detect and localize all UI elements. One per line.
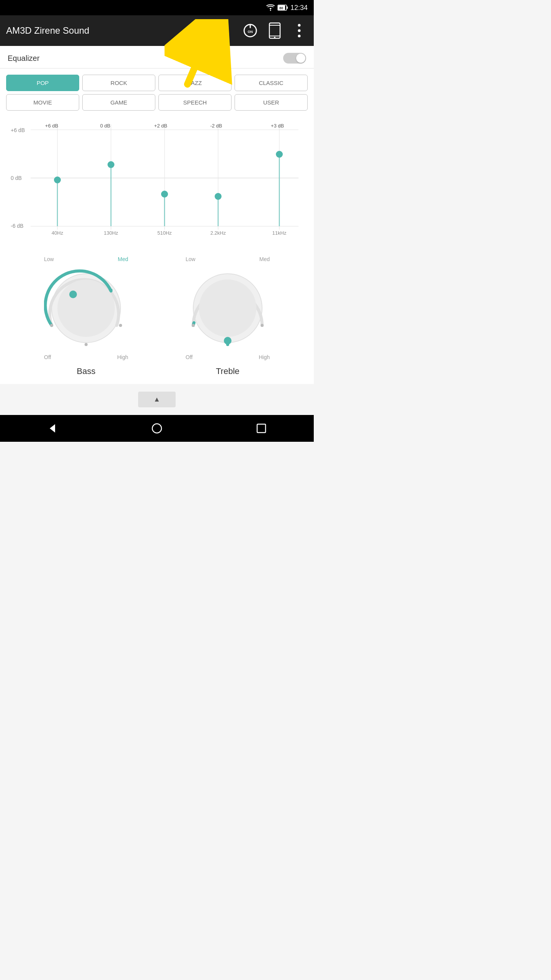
preset-classic[interactable]: CLASSIC	[235, 75, 308, 91]
svg-text:+2 dB: +2 dB	[154, 123, 167, 129]
preset-pop[interactable]: POP	[6, 75, 79, 91]
treble-container: Low Med	[186, 256, 270, 376]
preset-speech[interactable]: SPEECH	[158, 94, 231, 111]
svg-point-62	[152, 424, 161, 433]
svg-point-58	[192, 324, 195, 327]
svg-rect-63	[257, 424, 266, 433]
device-button[interactable]	[266, 22, 283, 39]
svg-point-51	[50, 324, 53, 327]
app-bar-actions: ON	[242, 22, 308, 39]
svg-point-13	[298, 29, 301, 32]
bottom-panel: ▲	[0, 384, 314, 415]
svg-point-59	[261, 324, 264, 327]
svg-text:0 dB: 0 dB	[100, 123, 111, 129]
app-title: AM3D Zirene Sound	[6, 25, 89, 36]
treble-knob-wrapper[interactable]	[186, 266, 270, 350]
svg-text:510Hz: 510Hz	[157, 230, 172, 235]
bass-high-label: High	[117, 354, 128, 360]
svg-point-49	[57, 279, 115, 337]
status-bar: 80 12:34	[0, 0, 314, 15]
eq-header: Equalizer	[0, 46, 314, 69]
nav-home-button[interactable]	[148, 420, 165, 437]
svg-point-0	[270, 10, 271, 11]
svg-point-34	[54, 176, 61, 183]
on-icon: ON	[242, 22, 259, 39]
battery-icon: 80	[277, 4, 288, 11]
eq-chart: +6 dB 0 dB -6 dB +6 dB 0 dB +2 dB	[0, 117, 314, 245]
treble-off-label: Off	[186, 354, 192, 360]
preset-movie[interactable]: MOVIE	[6, 94, 79, 111]
svg-text:40Hz: 40Hz	[52, 230, 64, 235]
svg-text:11kHz: 11kHz	[272, 230, 287, 235]
knobs-area: Low Med	[0, 245, 314, 384]
nav-bar	[0, 415, 314, 442]
treble-labels-bottom: Off High	[186, 354, 270, 360]
svg-point-42	[276, 151, 283, 158]
preset-user[interactable]: USER	[235, 94, 308, 111]
bass-container: Low Med	[44, 256, 128, 376]
treble-low-label: Low	[186, 256, 196, 262]
bass-knob-wrapper[interactable]	[44, 266, 128, 350]
status-time: 12:34	[290, 4, 308, 12]
svg-point-12	[298, 24, 301, 27]
svg-text:+6 dB: +6 dB	[11, 127, 25, 133]
treble-med-label: Med	[259, 256, 270, 262]
more-icon	[298, 24, 301, 38]
svg-text:2.2kHz: 2.2kHz	[210, 230, 226, 235]
bass-labels-bottom: Off High	[44, 354, 128, 360]
nav-recent-button[interactable]	[253, 420, 270, 437]
svg-rect-3	[287, 7, 288, 9]
eq-toggle[interactable]	[283, 53, 306, 64]
svg-text:+3 dB: +3 dB	[271, 123, 284, 129]
svg-point-38	[161, 191, 168, 198]
svg-point-36	[108, 161, 114, 168]
on-off-button[interactable]: ON	[242, 22, 259, 39]
svg-point-40	[215, 193, 222, 200]
preset-game[interactable]: GAME	[82, 94, 155, 111]
main-content: Equalizer POP ROCK JAZZ CLASSIC MOVIE GA…	[0, 46, 314, 415]
recent-icon	[256, 423, 267, 434]
preset-jazz[interactable]: JAZZ	[158, 75, 231, 91]
preset-section: POP ROCK JAZZ CLASSIC MOVIE GAME SPEECH …	[0, 69, 314, 117]
nav-back-button[interactable]	[44, 420, 61, 437]
svg-text:-2 dB: -2 dB	[210, 123, 222, 129]
bass-off-label: Off	[44, 354, 51, 360]
bass-labels-top: Low Med	[44, 256, 128, 262]
svg-point-60	[226, 343, 229, 346]
bass-knob-svg	[44, 266, 128, 350]
bass-title: Bass	[77, 366, 96, 376]
panel-arrow-icon: ▲	[153, 395, 160, 403]
svg-point-54	[109, 289, 112, 292]
svg-point-52	[119, 324, 122, 327]
bass-med-label: Med	[118, 256, 128, 262]
svg-point-11	[274, 37, 276, 38]
svg-text:80: 80	[279, 6, 283, 10]
treble-high-label: High	[259, 354, 270, 360]
eq-svg: +6 dB 0 dB -6 dB +6 dB 0 dB +2 dB	[8, 121, 306, 235]
svg-point-50	[69, 291, 77, 298]
svg-point-56	[199, 279, 256, 337]
svg-point-14	[298, 35, 301, 38]
treble-labels-top: Low Med	[186, 256, 270, 262]
svg-text:-6 dB: -6 dB	[11, 223, 23, 229]
svg-point-53	[85, 343, 88, 346]
svg-text:130Hz: 130Hz	[104, 230, 118, 235]
svg-marker-61	[50, 424, 55, 433]
preset-row-1: POP ROCK JAZZ CLASSIC	[6, 75, 308, 91]
panel-expand-button[interactable]: ▲	[138, 392, 176, 407]
preset-row-2: MOVIE GAME SPEECH USER	[6, 94, 308, 111]
back-icon	[47, 423, 58, 434]
wifi-icon	[266, 4, 275, 11]
device-icon	[268, 22, 282, 39]
bass-low-label: Low	[44, 256, 54, 262]
home-icon	[151, 423, 163, 434]
app-bar: AM3D Zirene Sound ON	[0, 15, 314, 46]
status-icons: 80 12:34	[266, 4, 308, 12]
treble-title: Treble	[216, 366, 240, 376]
treble-knob-svg	[186, 266, 270, 350]
svg-text:ON: ON	[248, 30, 253, 34]
toggle-knob	[296, 54, 305, 63]
preset-rock[interactable]: ROCK	[82, 75, 155, 91]
svg-text:+6 dB: +6 dB	[45, 123, 58, 129]
more-menu-button[interactable]	[291, 22, 308, 39]
